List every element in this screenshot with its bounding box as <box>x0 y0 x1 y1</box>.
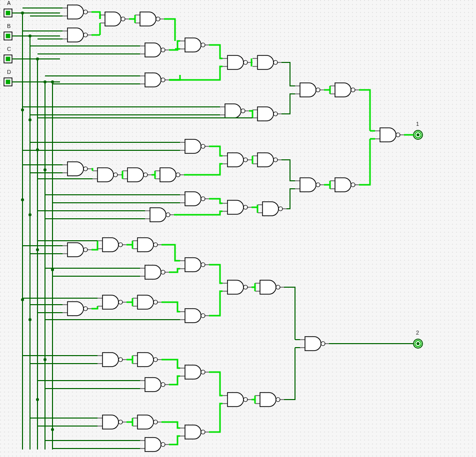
output-pin-2[interactable] <box>414 339 422 348</box>
input-pin-A[interactable] <box>4 9 12 17</box>
input-label-C: C <box>7 46 11 52</box>
svg-point-24 <box>51 80 54 83</box>
output-pin-1[interactable] <box>414 130 422 139</box>
svg-point-28 <box>44 168 46 171</box>
svg-point-25 <box>21 108 24 111</box>
svg-rect-9 <box>6 34 10 38</box>
input-label-A: A <box>7 0 11 6</box>
input-pin-B[interactable] <box>4 32 12 40</box>
svg-point-30 <box>28 213 32 216</box>
input-label-D: D <box>7 69 11 75</box>
svg-point-16 <box>416 133 420 136</box>
output-label-1: 1 <box>416 121 419 127</box>
svg-point-35 <box>44 358 46 361</box>
input-pin-C[interactable] <box>4 55 12 63</box>
circuit-canvas: A B C D 1 2 <box>0 0 476 457</box>
svg-point-34 <box>28 318 32 321</box>
svg-point-23 <box>44 80 46 83</box>
svg-rect-13 <box>6 80 10 84</box>
svg-point-19 <box>416 342 420 345</box>
svg-point-20 <box>21 11 24 14</box>
svg-point-31 <box>36 248 39 251</box>
input-label-B: B <box>7 23 10 29</box>
svg-point-21 <box>28 34 32 37</box>
output-label-2: 2 <box>416 330 419 336</box>
svg-point-22 <box>36 57 39 60</box>
svg-rect-11 <box>6 57 10 61</box>
svg-point-26 <box>28 118 32 121</box>
svg-point-29 <box>21 198 24 201</box>
svg-point-37 <box>51 428 54 431</box>
svg-rect-7 <box>6 11 10 15</box>
input-pin-D[interactable] <box>4 78 12 86</box>
svg-point-36 <box>36 398 39 401</box>
